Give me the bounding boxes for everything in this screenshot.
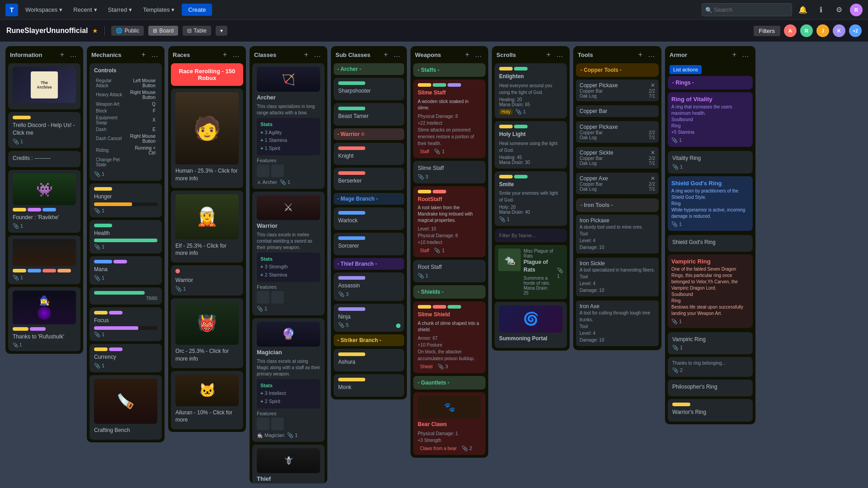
card-ailuran[interactable]: 🐱 Ailuran - 10% - Click for more <box>171 371 243 430</box>
remove-copper-pickaxe-1[interactable]: ✕ <box>651 82 655 89</box>
column-menu-races[interactable]: … <box>231 50 241 60</box>
column-menu-armor[interactable]: … <box>740 50 751 60</box>
card-health[interactable]: Health 📎 1 <box>90 220 162 254</box>
member-avatar-3[interactable]: J <box>816 24 829 37</box>
subclass-sorcerer[interactable]: Sorcerer <box>334 233 404 255</box>
column-add-subclasses[interactable]: + <box>382 50 390 60</box>
board-view-button[interactable]: ⊞ Board <box>148 26 178 36</box>
tool-copper-bar[interactable]: Copper Bar <box>576 105 659 117</box>
tool-iron-pickaxe[interactable]: Iron Pickaxe A sturdy tool used to mine … <box>576 215 659 253</box>
workspaces-menu[interactable]: Workspaces ▾ <box>22 5 66 15</box>
templates-menu[interactable]: Templates ▾ <box>139 5 178 15</box>
subclass-beast-tamer[interactable]: Beast Tamer <box>334 103 404 126</box>
weapon-header-staffs[interactable]: - Staffs - <box>413 63 486 77</box>
tool-copper-sickle[interactable]: Copper Sickle ✕ Copper Bar2/2 Oak Log7/1 <box>576 147 659 169</box>
weapon-root-staff-plain[interactable]: Root Staff 📎 1 <box>413 260 486 282</box>
column-menu-mechanics[interactable]: … <box>149 50 160 60</box>
card-orc[interactable]: 👹 Orc - 25.3% - Click for more info <box>171 298 243 368</box>
card-man[interactable]: 📎 1 <box>8 235 80 284</box>
column-menu-weapons[interactable]: … <box>473 50 484 60</box>
column-add-classes[interactable]: + <box>302 50 310 60</box>
subclass-header-archer[interactable]: - Archer - <box>334 63 404 75</box>
card-focus[interactable]: Focus 📎 1 <box>90 307 162 341</box>
scroll-smite[interactable]: Smite Smite your enemies with light of G… <box>495 171 567 226</box>
scroll-summoning-portal[interactable]: 🌀 Summoning Portal <box>495 302 567 348</box>
subclass-sharpshooter[interactable]: Sharpshooter <box>334 78 404 100</box>
tool-copper-pickaxe-1[interactable]: Copper Pickaxe ✕ Copper Bar2/2 Oak Log7/… <box>576 80 659 101</box>
subclass-header-mage[interactable]: - Mage Branch - <box>334 193 404 205</box>
card-elf[interactable]: 🧝 Elf - 25.3% - Click for more info <box>171 191 243 263</box>
subclass-ninja[interactable]: Ninja 📎 5 <box>334 304 404 332</box>
column-add-information[interactable]: + <box>58 50 66 60</box>
subclass-knight[interactable]: Knight <box>334 143 404 165</box>
star-button[interactable]: ★ <box>92 27 98 34</box>
subclass-header-warrior[interactable]: - Warrior = <box>334 128 404 140</box>
member-avatar-4[interactable]: K <box>833 24 845 37</box>
weapon-header-gauntlets[interactable]: - Gauntlets - <box>413 376 486 389</box>
remove-copper-axe[interactable]: ✕ <box>651 175 655 182</box>
starred-menu[interactable]: Starred ▾ <box>104 5 136 15</box>
column-add-races[interactable]: + <box>221 50 229 60</box>
card-class-archer[interactable]: 🏹 Archer This class specializes in long … <box>252 63 325 189</box>
scroll-filter[interactable] <box>495 229 567 242</box>
scroll-enlighten[interactable]: Enlighten Heal everyone around you using… <box>495 63 567 118</box>
card-girl[interactable]: 🧙‍♀️ Thanks to 'Rufushulk' 📎 1 <box>8 287 80 351</box>
filters-button[interactable]: Filters <box>754 26 780 36</box>
card-race-reroll[interactable]: Race Rerolling - 150 Robux <box>171 63 243 86</box>
member-avatar-2[interactable]: R <box>800 24 813 37</box>
weapon-bear-claws[interactable]: 🐾 Bear Claws Physical Damage: 1+3 Streng… <box>413 392 486 455</box>
create-button[interactable]: Create <box>182 4 212 16</box>
subclass-header-thief[interactable]: - Thief Branch - <box>334 258 404 270</box>
column-menu-scrolls[interactable]: … <box>554 50 565 60</box>
armor-vampiric-ring-plain[interactable]: Vampiric Ring 📎 1 <box>668 332 753 355</box>
armor-vitality-ring-plain[interactable]: Vitality Ring 📎 1 <box>668 151 753 174</box>
armor-warriors-ring[interactable]: Warrior's Ring <box>668 399 753 422</box>
tool-copper-pickaxe-2[interactable]: Copper Pickaxe Copper Bar2/2 Oak Log7/1 <box>576 121 659 143</box>
column-menu-classes[interactable]: … <box>312 50 323 60</box>
armor-ring-of-vitality[interactable]: Ring of Vitality A ring that increases t… <box>668 92 753 147</box>
card-founder[interactable]: 👾 Founder : 'Ravikhe' 📎 1 <box>8 170 80 233</box>
card-credits[interactable]: Credits : --------- <box>8 151 80 168</box>
weapon-root-staff[interactable]: RootStaff A root taken from the Mandrake… <box>413 186 486 258</box>
card-warrior-race[interactable]: Warrior 📎 1 <box>171 265 243 296</box>
weapon-header-shields[interactable]: - Shields - <box>413 285 486 299</box>
column-menu-subclasses[interactable]: … <box>392 50 402 60</box>
scroll-holy-light[interactable]: Holy Light Heal someone using the light … <box>495 121 567 169</box>
avatar-1[interactable]: R <box>850 4 863 16</box>
column-add-mechanics[interactable]: + <box>140 50 147 60</box>
card-bar-display[interactable]: 78/80 <box>90 287 162 305</box>
weapon-slime-shield[interactable]: Slime Shield A chunk of slime shaped int… <box>413 301 486 373</box>
column-add-scrolls[interactable]: + <box>545 50 552 60</box>
recent-menu[interactable]: Recent ▾ <box>70 5 100 15</box>
column-add-tools[interactable]: + <box>637 50 644 60</box>
subclass-assassin[interactable]: Assassin 📎 3 <box>334 272 404 301</box>
info-button[interactable]: ℹ <box>814 3 828 17</box>
notification-button[interactable]: 🔔 <box>796 3 810 17</box>
armor-header-rings[interactable]: - Rings - <box>668 76 753 89</box>
remove-copper-sickle[interactable]: ✕ <box>651 150 655 156</box>
card-discord-link[interactable]: Trello Discord - Help Us! - Click me 📎 1 <box>8 112 80 148</box>
weapon-slime-staff-plain[interactable]: Slime Staff 📎 3 <box>413 161 486 183</box>
search-input[interactable] <box>702 3 792 16</box>
column-menu-tools[interactable]: … <box>646 50 657 60</box>
member-overflow[interactable]: +2 <box>849 24 862 37</box>
card-controls[interactable]: Controls Regular AttackLeft Mouse Button… <box>90 63 162 181</box>
armor-unknown-ring[interactable]: Thanks to ring belonging... 📎 2 <box>668 357 753 377</box>
list-actions-button[interactable]: List actions <box>670 65 702 74</box>
column-add-weapons[interactable]: + <box>463 50 471 60</box>
card-mana[interactable]: Mana 📎 1 <box>90 256 162 285</box>
card-currency[interactable]: Currency 📎 1 <box>90 344 162 372</box>
armor-shield-gods-ring[interactable]: Shield God's Ring A ring worn by practit… <box>668 176 753 231</box>
tool-iron-axe[interactable]: Iron Axe A tool for cutting through toug… <box>576 300 659 346</box>
table-view-button[interactable]: ⊟ Table <box>183 26 211 36</box>
armor-shield-gods-ring-plain[interactable]: Shield God's Ring <box>668 235 753 252</box>
tools-header-iron[interactable]: - Iron Tools - <box>576 198 659 212</box>
more-views-button[interactable]: ▾ <box>216 26 227 36</box>
tool-iron-sickle[interactable]: Iron Sickle A tool specialized in harves… <box>576 258 659 296</box>
subclass-ashura[interactable]: Ashura <box>334 349 404 371</box>
scroll-filter-input[interactable] <box>499 233 562 238</box>
card-crafting-bench[interactable]: 🪚 Crafting Bench <box>90 375 162 440</box>
card-class-magician[interactable]: 🔮 Magician This class excels at using Ma… <box>252 318 325 442</box>
column-menu-information[interactable]: … <box>68 50 79 60</box>
column-add-armor[interactable]: + <box>731 50 738 60</box>
